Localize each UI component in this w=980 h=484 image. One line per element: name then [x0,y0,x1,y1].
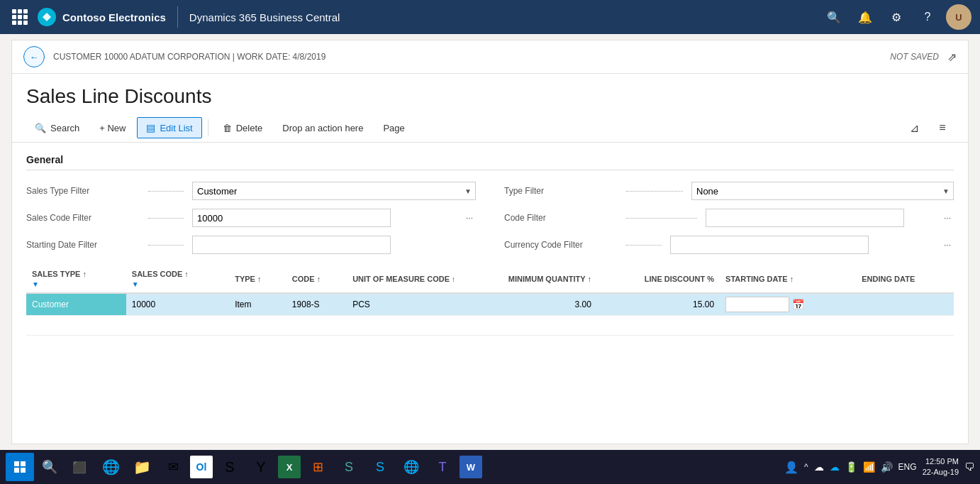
taskbar-notifications-button[interactable]: 🗨 [964,461,974,473]
taskbar-sharepoint-icon[interactable]: S [216,453,244,481]
taskbar-time-value: 12:50 PM [923,456,959,467]
currency-code-filter-row: Currency Code Filter ··· [504,236,954,254]
taskbar-word-icon[interactable]: W [460,456,482,478]
cell-starting-date[interactable]: 📅 [720,293,856,316]
col-header-ending-date[interactable]: ENDING DATE [856,265,954,293]
taskbar-chrome-icon[interactable]: 🌐 [397,453,425,481]
code-filter-input[interactable] [706,209,904,227]
section-title: General [26,154,954,170]
type-filter-select[interactable]: None Item Item Disc. Group [691,182,954,200]
sales-type-filter-icon[interactable]: ▼ [32,280,39,288]
empty-row [26,316,954,336]
empty-cell-2 [126,316,229,336]
taskbar-task-view[interactable]: ⬛ [65,453,94,481]
new-btn-label: + New [99,123,126,133]
currency-code-ellipsis-icon[interactable]: ··· [944,240,951,250]
back-button[interactable]: ← [23,46,45,67]
taskbar-yammer-icon[interactable]: Y [247,453,275,481]
sales-code-filter-input[interactable] [192,209,391,227]
data-table: SALES TYPE ↑ ▼ SALES CODE ↑ ▼ TYPE ↑ COD… [26,265,954,336]
toolbar: 🔍 Search + New ▤ Edit List 🗑 Delete Drop… [12,114,968,143]
empty-cell-4 [286,316,347,336]
starting-date-dots [148,245,184,246]
taskbar-outlook-icon[interactable]: Ol [190,456,213,478]
expand-icon[interactable]: ⇗ [947,50,957,64]
taskbar-mail-icon[interactable]: ✉ [159,453,187,481]
taskbar-excel-icon[interactable]: X [278,456,301,478]
edit-list-button[interactable]: ▤ Edit List [137,117,201,138]
col-header-type[interactable]: TYPE ↑ [229,265,286,293]
sales-code-filter-label: Sales Code Filter [26,213,140,223]
taskbar-teams-icon[interactable]: T [428,453,457,481]
cell-ending-date [856,293,954,316]
table-row[interactable]: Customer 10000 Item 1908-S PCS 3.00 15.0… [26,293,954,316]
empty-cell-1 [26,316,126,336]
list-view-icon[interactable]: ≡ [931,116,954,139]
taskbar-skype-icon[interactable]: S [366,453,394,481]
search-button[interactable]: 🔍 Search [26,119,88,138]
col-header-line-discount[interactable]: LINE DISCOUNT % [597,265,720,293]
top-navigation-bar: Contoso Electronics Dynamics 365 Busines… [0,0,980,34]
delete-icon: 🗑 [223,123,232,133]
new-button[interactable]: + New [91,119,134,138]
sales-type-filter-select[interactable]: Customer All Customers Customer Price Gr… [192,182,476,200]
user-avatar[interactable]: U [946,4,971,30]
page-title: Sales Line Discounts [12,74,968,114]
cell-uom: PCS [347,293,454,316]
taskbar-onedrive-icon[interactable]: ☁ [830,461,840,473]
start-button[interactable] [6,453,34,481]
type-filter-select-wrapper: None Item Item Disc. Group ▼ [691,182,954,200]
general-section: General Sales Type Filter Customer All C… [12,143,968,265]
col-header-min-qty[interactable]: MINIMUM QUANTITY ↑ [454,265,596,293]
filter-icon[interactable]: ⊿ [903,116,925,139]
taskbar-edge-icon[interactable]: 🌐 [96,453,125,481]
sales-code-filter-icon[interactable]: ▼ [132,280,139,288]
taskbar-cloud-icon[interactable]: ☁ [814,461,824,473]
notifications-icon[interactable]: 🔔 [852,4,878,30]
settings-icon[interactable]: ⚙ [884,4,909,30]
taskbar-ie-icon[interactable]: S [335,453,363,481]
sales-type-filter-select-wrapper: Customer All Customers Customer Price Gr… [192,182,476,200]
taskbar-people-icon[interactable]: 👤 [784,461,798,474]
col-header-uom[interactable]: UNIT OF MEASURE CODE ↑ [347,265,454,293]
page-button[interactable]: Page [374,119,413,138]
help-icon[interactable]: ? [915,4,940,30]
waffle-menu-button[interactable] [9,6,31,28]
toolbar-separator [208,119,208,136]
col-header-sales-code[interactable]: SALES CODE ↑ ▼ [126,265,229,293]
empty-cell-6 [454,316,596,336]
taskbar-date-value: 22-Aug-19 [923,467,959,478]
breadcrumb-text: CUSTOMER 10000 ADATUM CORPORATION | WORK… [53,52,890,62]
starting-date-input[interactable] [725,297,789,312]
taskbar-explorer-icon[interactable]: 📁 [128,453,156,481]
cell-line-discount: 15.00 [597,293,720,316]
page-btn-label: Page [383,123,404,133]
col-header-code[interactable]: CODE ↑ [286,265,347,293]
col-header-starting-date[interactable]: STARTING DATE ↑ [720,265,856,293]
taskbar-windows-icon[interactable]: ⊞ [304,453,332,481]
delete-button[interactable]: 🗑 Delete [214,119,272,138]
taskbar-clock[interactable]: 12:50 PM 22-Aug-19 [923,456,959,478]
edit-list-icon: ▤ [146,122,155,133]
sales-code-ellipsis-icon[interactable]: ··· [466,213,473,223]
code-filter-input-wrapper: ··· [706,209,954,227]
starting-date-filter-input[interactable] [192,236,391,254]
taskbar-battery-icon[interactable]: 🔋 [845,461,857,473]
company-logo: Contoso Electronics [37,7,166,27]
currency-code-filter-input[interactable] [670,236,869,254]
taskbar-network-icon[interactable]: 📶 [863,461,875,473]
search-icon[interactable]: 🔍 [821,4,847,30]
taskbar-chevron-icon[interactable]: ^ [804,462,808,472]
taskbar-lang[interactable]: ENG [898,462,917,472]
currency-code-filter-label: Currency Code Filter [504,240,618,250]
taskbar-volume-icon[interactable]: 🔊 [881,461,893,473]
code-ellipsis-icon[interactable]: ··· [944,213,951,223]
calendar-icon[interactable]: 📅 [792,299,804,310]
taskbar-search-button[interactable]: 🔍 [37,454,62,480]
type-filter-label: Type Filter [504,186,618,196]
taskbar-system-area: 👤 ^ ☁ ☁ 🔋 📶 🔊 ENG 12:50 PM 22-Aug-19 🗨 [784,456,974,478]
fields-grid: Sales Type Filter Customer All Customers… [26,182,954,254]
empty-cell-7 [597,316,720,336]
drop-action-button[interactable]: Drop an action here [274,119,372,138]
col-header-sales-type[interactable]: SALES TYPE ↑ ▼ [26,265,126,293]
